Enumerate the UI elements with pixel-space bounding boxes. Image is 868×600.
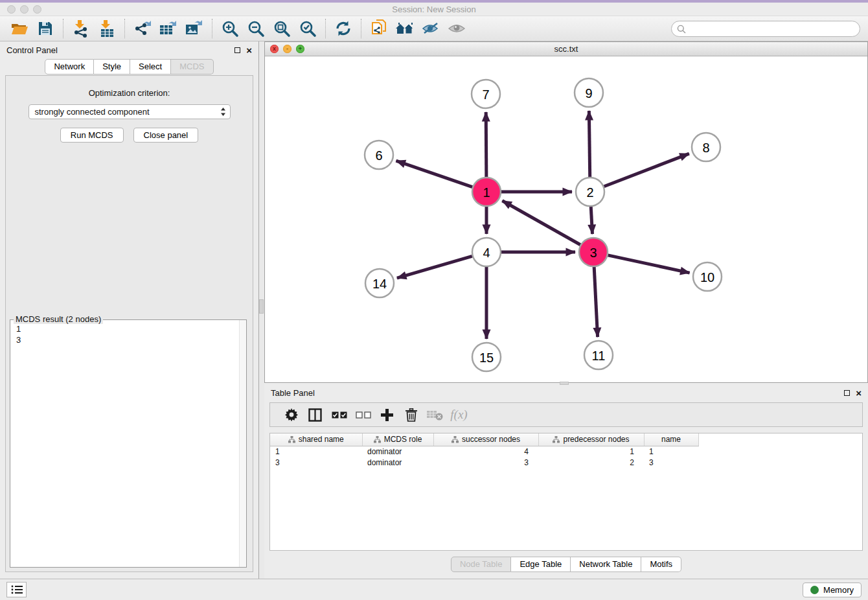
open-file-button[interactable] <box>8 17 31 40</box>
table-settings-button[interactable] <box>279 404 303 426</box>
tab-mcds[interactable]: MCDS <box>171 59 213 75</box>
criterion-select[interactable]: strongly connected component <box>29 104 231 119</box>
close-table-panel-icon[interactable]: × <box>856 388 862 398</box>
close-window-icon[interactable] <box>7 5 16 14</box>
select-all-columns-button[interactable] <box>327 404 351 426</box>
graph-node-10[interactable]: 10 <box>693 262 722 291</box>
column-header-MCDS-role[interactable]: MCDS role <box>362 433 433 446</box>
node-label: 7 <box>482 87 489 102</box>
edge-2-8[interactable] <box>604 154 689 187</box>
delete-column-button[interactable] <box>399 404 423 426</box>
export-image-button[interactable] <box>183 17 206 40</box>
node-label: 15 <box>479 351 494 365</box>
zoom-out-button[interactable] <box>244 17 268 40</box>
table-tab-edge-table[interactable]: Edge Table <box>511 557 571 572</box>
memory-button[interactable]: Memory <box>803 583 862 597</box>
graph-node-8[interactable]: 8 <box>692 133 720 161</box>
graph-node-11[interactable]: 11 <box>584 341 613 369</box>
close-panel-icon[interactable]: × <box>246 45 252 55</box>
zoom-window-icon[interactable] <box>33 5 41 14</box>
deselect-all-columns-button[interactable] <box>351 404 375 426</box>
network-window-titlebar[interactable]: x-+ scc.txt <box>265 42 867 56</box>
graph-node-4[interactable]: 4 <box>472 238 501 266</box>
close-panel-button[interactable]: Close panel <box>133 128 199 143</box>
zoom-selected-icon <box>299 20 317 38</box>
table-cell: 1 <box>270 446 362 457</box>
tree-icon <box>374 436 381 443</box>
table-cell: 3 <box>433 457 538 468</box>
zoom-selected-button[interactable] <box>296 17 319 40</box>
edge-1-7[interactable] <box>486 112 486 177</box>
close-view-icon[interactable]: x <box>270 45 279 53</box>
graph-node-15[interactable]: 15 <box>472 343 501 371</box>
network-graph[interactable]: 7968124314101511 <box>265 56 867 382</box>
create-column-button[interactable] <box>375 404 399 426</box>
graph-node-6[interactable]: 6 <box>365 141 393 169</box>
graph-node-2[interactable]: 2 <box>576 178 604 206</box>
edge-2-9[interactable] <box>589 111 589 177</box>
window-resize-handle[interactable] <box>560 382 569 385</box>
table-row[interactable]: 1dominator411 <box>270 446 698 457</box>
task-history-button[interactable] <box>6 582 27 597</box>
save-session-button[interactable] <box>34 17 57 40</box>
mcds-result-title: MCDS result (2 nodes) <box>14 314 103 324</box>
edge-3-11[interactable] <box>594 267 597 337</box>
tab-select[interactable]: Select <box>130 59 171 75</box>
edge-4-14[interactable] <box>397 256 472 278</box>
column-header-shared-name[interactable]: shared name <box>270 433 362 446</box>
column-header-successor-nodes[interactable]: successor nodes <box>433 433 538 446</box>
column-label: shared name <box>299 435 344 444</box>
mcds-result-list: 13 <box>10 320 246 349</box>
float-table-panel-icon[interactable] <box>844 390 850 396</box>
duplicate-network-button[interactable] <box>367 17 391 40</box>
tab-style[interactable]: Style <box>94 59 130 75</box>
float-panel-icon[interactable] <box>234 47 240 53</box>
panel-splitter[interactable] <box>259 41 264 579</box>
zoom-view-icon[interactable]: + <box>296 45 304 53</box>
import-table-button[interactable] <box>95 17 119 40</box>
edge-1-6[interactable] <box>396 161 472 187</box>
graph-node-9[interactable]: 9 <box>575 78 603 107</box>
table-tab-node-table[interactable]: Node Table <box>451 557 512 572</box>
control-panel: Control Panel × NetworkStyleSelectMCDS O… <box>0 41 259 579</box>
graph-node-3[interactable]: 3 <box>579 238 608 266</box>
memory-button-label: Memory <box>823 585 854 595</box>
export-network-button[interactable] <box>131 17 154 40</box>
control-panel-title: Control Panel <box>6 45 58 55</box>
import-network-button[interactable] <box>69 17 93 40</box>
result-scrollbar[interactable] <box>239 320 246 567</box>
edge-3-1[interactable] <box>502 201 580 245</box>
column-label: MCDS role <box>384 435 422 444</box>
node-table: shared nameMCDS rolesuccessor nodesprede… <box>270 433 699 468</box>
refresh-button[interactable] <box>332 17 355 40</box>
network-canvas[interactable]: 7968124314101511 <box>265 56 867 385</box>
zoom-in-button[interactable] <box>218 17 242 40</box>
app-title: Session: New Session <box>0 5 868 14</box>
graph-node-14[interactable]: 14 <box>365 269 394 297</box>
column-header-name[interactable]: name <box>644 433 698 446</box>
criterion-selected-value: strongly connected component <box>35 107 150 117</box>
export-table-button[interactable] <box>157 17 180 40</box>
home-button[interactable] <box>393 17 417 40</box>
graph-node-1[interactable]: 1 <box>472 178 501 206</box>
tab-network[interactable]: Network <box>45 59 94 75</box>
run-mcds-button[interactable]: Run MCDS <box>60 128 124 143</box>
edge-3-10[interactable] <box>608 255 689 273</box>
table-row[interactable]: 3dominator323 <box>270 457 698 468</box>
zoom-in-icon <box>222 20 239 38</box>
column-header-predecessor-nodes[interactable]: predecessor nodes <box>538 433 644 446</box>
edge-2-3[interactable] <box>591 207 592 234</box>
node-label: 6 <box>375 148 382 163</box>
table-tab-motifs[interactable]: Motifs <box>641 557 681 572</box>
splitter-handle-icon[interactable] <box>259 299 264 314</box>
memory-status-icon <box>810 586 819 594</box>
minimize-window-icon[interactable] <box>20 5 29 14</box>
table-tab-network-table[interactable]: Network Table <box>571 557 641 572</box>
minimize-view-icon[interactable]: - <box>283 45 291 53</box>
mcds-result-box: MCDS result (2 nodes) 13 <box>10 319 247 568</box>
show-columns-button[interactable] <box>303 404 327 426</box>
zoom-fit-button[interactable] <box>270 17 293 40</box>
search-input[interactable] <box>671 21 860 37</box>
hide-selected-button[interactable] <box>419 17 442 40</box>
graph-node-7[interactable]: 7 <box>472 80 500 108</box>
